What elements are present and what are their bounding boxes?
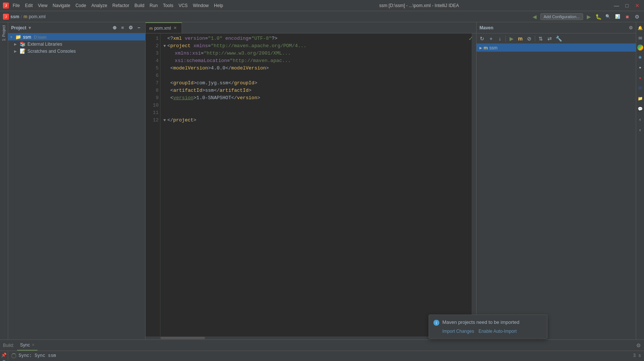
bottom-tab-sync[interactable]: Sync ✕ [17,340,38,351]
menu-file[interactable]: File [10,2,22,9]
minimize-button[interactable]: — [613,2,620,9]
code-line-11 [163,109,469,117]
menu-vcs[interactable]: VCS [176,2,190,9]
enable-auto-import-link[interactable]: Enable Auto-Import [478,329,517,334]
menu-code[interactable]: Code [73,2,88,9]
tree-arrow-ext: ▶ [14,42,19,46]
pin-icon[interactable]: 📌 [1,352,7,358]
sync-log-text: Sync: Sync ssm [19,353,56,358]
title-bar: J File Edit View Navigate Code Analyze R… [0,0,644,11]
debug-button[interactable]: 🐛 [594,13,602,21]
code-content[interactable]: <?xml version="1.0" encoding="UTF-8" ?> … [160,33,472,336]
code-line-3: xmlns:xsi="http://www.w3.org/2001/XML... [163,50,469,57]
menu-refactor[interactable]: Refactor [110,2,131,9]
toolbar-icon-intellij: J [3,14,9,20]
collapse-all-icon[interactable]: ≡ [119,25,126,31]
editor-tab-pom[interactable]: m pom.xml ✕ [146,22,182,33]
breadcrumb-pom[interactable]: pom.xml [29,14,45,19]
project-dropdown-icon[interactable]: ▾ [29,25,31,30]
right-icon-red[interactable]: ● [636,74,644,82]
vertical-scrollbar[interactable] [472,33,476,336]
folder-icon-ssm: 📁 [15,34,21,40]
tab-close-pom[interactable]: ✕ [173,26,178,31]
maven-settings-icon[interactable]: ⚙ [629,25,633,30]
maven-toolbar-separator2 [535,36,535,42]
sync-tab-close[interactable]: ✕ [32,343,35,347]
menu-run[interactable]: Run [147,2,160,9]
back-arrow-icon[interactable]: ◀ [531,13,539,21]
library-icon: 📚 [20,41,26,47]
right-icon-mail[interactable]: ✉ [636,34,644,42]
h-scrollbar-thumb[interactable] [160,337,205,339]
menu-navigate[interactable]: Navigate [51,2,72,9]
window-controls[interactable]: — □ ✕ [613,2,641,9]
import-changes-link[interactable]: Import Changes [442,329,474,334]
maven-run-icon[interactable]: ▶ [507,35,515,43]
maven-add-icon[interactable]: + [487,35,495,43]
right-icon-word[interactable]: W [636,84,644,92]
right-icon-arrow-left[interactable]: ‹ [636,115,644,123]
menu-tools[interactable]: Tools [161,2,176,9]
sync-tab-label: Sync [20,342,30,348]
code-editor[interactable]: 1 2 3 4 5 6 7 8 9 10 11 12 <?xml version… [146,33,476,336]
code-line-2: ▼ <project xmlns="http://maven.apache.or… [163,42,469,50]
maven-expand-icon[interactable]: ⇅ [537,35,545,43]
breadcrumb-ssm[interactable]: ssm [10,14,19,19]
menu-edit[interactable]: Edit [23,2,35,9]
eye-icon[interactable]: 👁 [2,359,6,361]
menu-analyze[interactable]: Analyze [89,2,110,9]
right-icon-arrow-left2[interactable]: ‹ [636,126,644,134]
right-icon-notifications[interactable]: 🔔 [636,24,644,32]
close-button[interactable]: ✕ [634,2,641,9]
code-line-5: <modelVersion> 4.0.0 </modelVersion> [163,65,469,72]
menu-view[interactable]: View [36,2,50,9]
maven-m-icon[interactable]: m [516,35,524,43]
notification-header: i Maven projects need to be imported [433,319,543,326]
project-panel-title: Project [11,25,26,30]
locate-icon[interactable]: ⊕ [111,25,118,31]
right-icon-circle3[interactable]: ● [636,63,644,71]
maven-skip-icon[interactable]: ⊘ [525,35,533,43]
settings-icon[interactable]: ⚙ [633,13,641,21]
maven-tree-label: ssm [489,45,498,51]
stop-button[interactable]: ■ [623,13,631,21]
right-icon-circle2[interactable]: ◉ [636,53,644,61]
project-panel-header: Project ▾ ⊕ ≡ ⚙ − [8,22,145,33]
maven-collapse-icon[interactable]: ⇄ [546,35,554,43]
maven-toolbar: ↻ + ↓ ▶ m ⊘ ⇅ ⇄ 🔧 [477,33,636,44]
project-side-label[interactable]: 1: Project [1,24,7,42]
maven-download-icon[interactable]: ↓ [496,35,504,43]
profile-button[interactable]: 📊 [614,13,622,21]
horizontal-scrollbar[interactable] [146,336,476,339]
menu-bar-menus[interactable]: File Edit View Navigate Code Analyze Ref… [10,2,225,9]
tree-item-external-libs[interactable]: ▶ 📚 External Libraries [8,40,145,48]
maven-panel-title: Maven [479,25,493,30]
window-title: ssm [D:\ssm] - ...\pom.xml - IntelliJ ID… [225,3,613,8]
run-config-selector[interactable]: Add Configuration... [540,13,583,20]
run-button[interactable]: ▶ [585,13,593,21]
right-icon-chat[interactable]: 💬 [636,105,644,113]
notification-title: Maven projects need to be imported [442,319,519,325]
log-line-sync: Sync: Sync ssm 3 s [11,353,641,358]
menu-window[interactable]: Window [191,2,211,9]
tree-label-ssm: ssm [23,35,31,40]
right-icon-folder[interactable]: 📁 [636,94,644,103]
right-icon-circle1[interactable] [637,45,643,51]
sync-spinner [11,353,16,358]
maven-tree-ssm[interactable]: ▶ m ssm [477,44,636,52]
menu-build[interactable]: Build [132,2,147,9]
gear-icon[interactable]: ⚙ [127,25,134,31]
tree-item-ssm[interactable]: ▼ 📁 ssm D:\ssm [8,33,145,40]
tree-item-scratches[interactable]: ▶ 📝 Scratches and Consoles [8,48,145,55]
bottom-panel-settings[interactable]: ⚙ [636,342,641,348]
project-panel: Project ▾ ⊕ ≡ ⚙ − ▼ 📁 ssm D:\ssm ▶ 📚 Ext… [8,22,146,339]
coverage-button[interactable]: 🔍 [604,13,612,21]
maximize-button[interactable]: □ [623,2,631,9]
checkmark-icon: ✓ [468,35,473,42]
menu-help[interactable]: Help [212,2,225,9]
maven-wrench-icon[interactable]: 🔧 [554,35,563,43]
maven-refresh-icon[interactable]: ↻ [478,35,486,43]
pom-tab-label: pom.xml [154,26,171,31]
right-side-panel: 🔔 ✉ ◉ ● ● W 📁 💬 ‹ ‹ [636,22,644,339]
minimize-panel-icon[interactable]: − [136,25,142,31]
